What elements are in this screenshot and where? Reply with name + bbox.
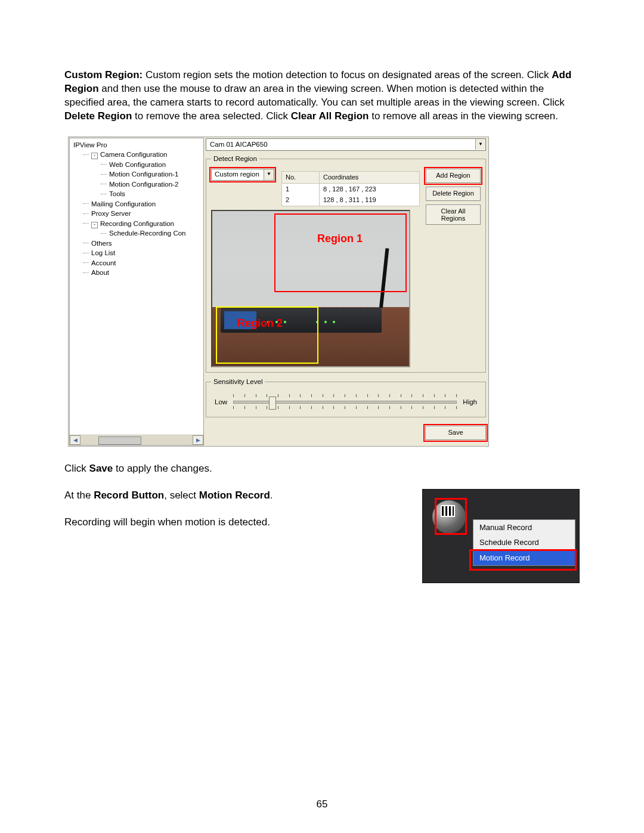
sensitivity-legend: Sensitivity Level [211,377,265,387]
chevron-down-icon[interactable]: ▼ [475,139,485,150]
camera-selected-label: Cam 01 AICAP650 [210,140,268,150]
tree-about[interactable]: About [83,268,201,278]
config-tree[interactable]: IPView Pro -Camera Configuration Web Con… [70,138,203,435]
intro-paragraph: Custom Region: Custom region sets the mo… [64,69,580,123]
detect-region-legend: Detect Region [211,154,259,164]
tree-web-config[interactable]: Web Configuration [101,160,201,170]
camera-preview[interactable]: Region 1 Region 2 [211,210,410,367]
tree-root: IPView Pro [73,141,201,150]
region-2-box[interactable]: Region 2 [216,306,318,364]
tree-motion-config-1[interactable]: Motion Configuration-1 [101,170,201,179]
record-button-instruction: At the Record Button, select Motion Reco… [64,489,402,503]
tree-scrollbar[interactable]: ◀ ▶ [70,435,203,445]
sensitivity-high-label: High [463,398,477,407]
scroll-left-icon[interactable]: ◀ [70,435,80,445]
scroll-thumb[interactable] [98,436,141,445]
record-menu-screenshot: Manual Record Schedule Record Motion Rec… [422,489,580,583]
led-icon [324,321,327,323]
table-row[interactable]: 1 8 , 128 , 167 , 223 [282,184,419,195]
page-number: 65 [0,798,644,812]
tree-recording-config[interactable]: -Recording Configuration Schedule-Record… [83,219,201,239]
menu-manual-record[interactable]: Manual Record [473,520,575,535]
region-2-label: Region 2 [237,316,283,330]
tree-account[interactable]: Account [83,259,201,268]
scroll-right-icon[interactable]: ▶ [193,435,203,445]
sensitivity-slider[interactable] [233,394,457,411]
tree-motion-config-2[interactable]: Motion Configuration-2 [101,180,201,190]
add-region-button[interactable]: Add Region [426,169,481,183]
tree-log-list[interactable]: Log List [83,249,201,258]
region-mode-value: Custom region [215,170,259,179]
region-1-label: Region 1 [317,231,363,246]
menu-schedule-record[interactable]: Schedule Record [473,535,575,550]
led-icon [333,321,335,323]
slider-track [233,401,457,404]
tree-others[interactable]: Others [83,239,201,249]
ipview-pro-window: IPView Pro -Camera Configuration Web Con… [68,137,489,447]
tree-expander-icon[interactable]: - [91,153,98,159]
col-coordinates-header: Coordinates [320,172,419,183]
save-button[interactable]: Save [425,426,486,440]
recording-start-note: Recording will begin when motion is dete… [64,516,402,529]
settings-pane: Cam 01 AICAP650 ▼ Detect Region Custom r… [205,137,488,446]
scroll-track[interactable] [80,436,193,444]
camera-dropdown[interactable]: Cam 01 AICAP650 ▼ [206,138,486,151]
region-table: No. Coordinates 1 8 , 128 , 167 , 223 2 … [281,171,420,207]
region-mode-dropdown[interactable]: Custom region ▼ [211,169,274,181]
sensitivity-level-group: Sensitivity Level Low High [206,377,486,417]
record-button-highlight [435,498,467,535]
region-buttons: Add Region Delete Region Clear All Regio… [426,169,481,368]
tree-tools[interactable]: Tools [101,190,201,199]
motion-record-highlight [469,549,577,571]
tree-expander-icon[interactable]: - [91,222,98,228]
delete-region-button[interactable]: Delete Region [426,187,481,201]
config-tree-pane: IPView Pro -Camera Configuration Web Con… [69,138,204,445]
sensitivity-low-label: Low [215,398,227,407]
tree-proxy-server[interactable]: Proxy Server [83,209,201,219]
table-row[interactable]: 2 128 , 8 , 311 , 119 [282,194,419,206]
save-instruction: Click Save to apply the changes. [64,462,580,476]
detect-region-group: Detect Region Custom region ▼ No. Coo [206,154,486,373]
tree-camera-config[interactable]: -Camera Configuration Web Configuration … [83,150,201,199]
clear-all-regions-button[interactable]: Clear All Regions [426,205,481,225]
tree-mailing-config[interactable]: Mailing Configuration [83,200,201,209]
delete-region-bold: Delete Region [64,110,132,122]
col-no-header: No. [282,172,320,183]
tree-schedule-recording[interactable]: Schedule-Recording Con [101,229,201,239]
custom-region-label: Custom Region: [64,69,143,80]
clear-all-region-bold: Clear All Region [291,110,369,122]
chevron-down-icon[interactable]: ▼ [264,169,274,180]
region-1-box[interactable]: Region 1 [274,213,407,292]
